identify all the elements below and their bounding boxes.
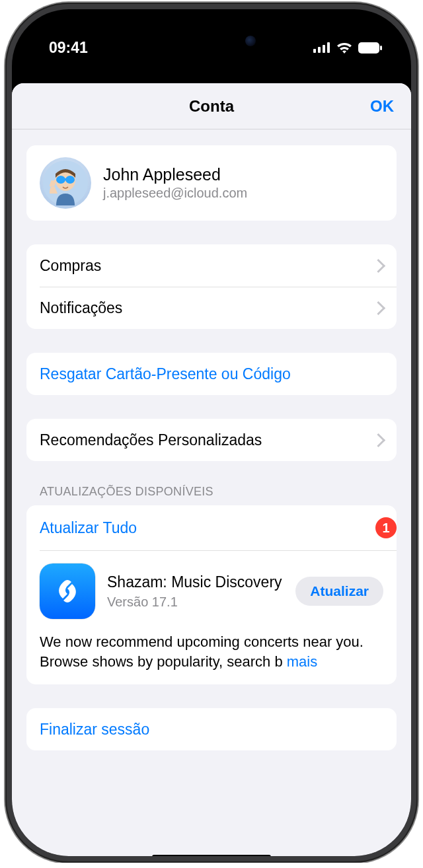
svg-rect-10 [65, 178, 66, 180]
phone-screen: 09:41 Conta OK [12, 9, 411, 856]
page-title: Conta [189, 97, 234, 116]
purchases-row[interactable]: Compras [26, 244, 397, 287]
updates-section-header: Atualizações Disponíveis [26, 485, 397, 505]
notifications-label: Notificações [40, 299, 122, 317]
profile-email: j.appleseed@icloud.com [103, 186, 247, 201]
profile-group: John Appleseed j.appleseed@icloud.com [26, 145, 397, 221]
purchases-label: Compras [40, 257, 101, 275]
signout-group: Finalizar sessão [26, 708, 397, 750]
release-notes[interactable]: We now recommend upcoming concerts near … [26, 632, 397, 684]
phone-frame: 09:41 Conta OK [5, 3, 418, 863]
svg-rect-0 [313, 49, 316, 53]
cellular-icon [313, 42, 330, 53]
svg-rect-2 [323, 45, 325, 53]
personalized-label: Recomendações Personalizadas [40, 431, 262, 449]
battery-icon [358, 42, 382, 54]
svg-point-8 [56, 176, 65, 184]
status-icons [313, 42, 382, 54]
avatar [40, 157, 91, 209]
sheet-container: Conta OK [12, 83, 411, 856]
sheet-header: Conta OK [12, 83, 411, 129]
front-camera [245, 36, 256, 46]
svg-point-9 [65, 176, 75, 184]
personalized-group: Recomendações Personalizadas [26, 419, 397, 461]
updates-group: Atualizar Tudo 1 [26, 505, 397, 684]
profile-name: John Appleseed [103, 165, 247, 184]
status-time: 09:41 [49, 39, 88, 57]
svg-rect-3 [327, 42, 330, 53]
update-button[interactable]: Atualizar [295, 577, 383, 606]
home-indicator[interactable] [152, 855, 271, 856]
svg-rect-5 [380, 46, 382, 50]
app-info: Shazam: Music Discovery Versão 17.1 [107, 573, 284, 610]
redeem-row[interactable]: Resgatar Cartão-Presente ou Código [26, 353, 397, 395]
app-icon-container [40, 563, 95, 619]
redeem-label: Resgatar Cartão-Presente ou Código [40, 365, 291, 383]
redeem-group: Resgatar Cartão-Presente ou Código [26, 353, 397, 395]
svg-rect-1 [318, 47, 321, 53]
shazam-icon [40, 563, 95, 619]
svg-rect-4 [358, 42, 379, 54]
app-update-row[interactable]: Shazam: Music Discovery Versão 17.1 Atua… [26, 550, 397, 632]
dynamic-island [155, 25, 268, 57]
notifications-row[interactable]: Notificações [26, 287, 397, 329]
updates-badge: 1 [375, 517, 397, 538]
update-all-row[interactable]: Atualizar Tudo 1 [26, 505, 397, 550]
profile-text: John Appleseed j.appleseed@icloud.com [103, 165, 247, 201]
more-link[interactable]: mais [287, 653, 317, 670]
signout-label: Finalizar sessão [40, 721, 149, 739]
ok-button[interactable]: OK [370, 97, 394, 116]
menu-group-1: Compras Notificações [26, 244, 397, 329]
content: John Appleseed j.appleseed@icloud.com Co… [12, 145, 411, 750]
app-name: Shazam: Music Discovery [107, 573, 284, 592]
account-sheet: Conta OK [12, 83, 411, 856]
updates-section: Atualizações Disponíveis Atualizar Tudo … [26, 485, 397, 684]
profile-row[interactable]: John Appleseed j.appleseed@icloud.com [26, 145, 397, 221]
personalized-row[interactable]: Recomendações Personalizadas [26, 419, 397, 461]
wifi-icon [336, 42, 352, 54]
signout-row[interactable]: Finalizar sessão [26, 708, 397, 750]
app-version: Versão 17.1 [107, 595, 284, 610]
update-all-label: Atualizar Tudo [40, 519, 137, 537]
